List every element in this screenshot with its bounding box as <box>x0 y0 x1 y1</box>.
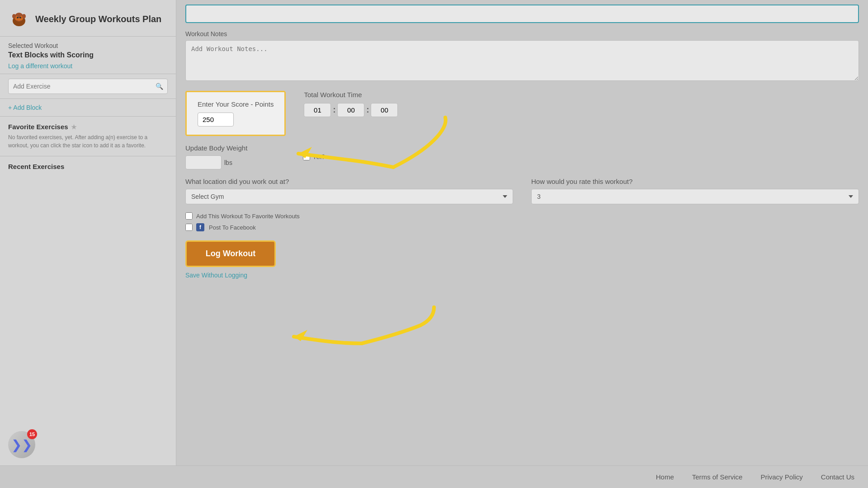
rating-label: How would you rate this workout? <box>531 178 859 185</box>
favorites-title: Favorite Exercises ★ <box>8 123 168 131</box>
time-block: Total Workout Time : : <box>304 91 859 117</box>
time-colon: : <box>333 105 335 115</box>
score-block: Enter Your Score - Points <box>185 91 286 136</box>
body-weight-block: Update Body Weight lbs <box>185 144 285 169</box>
location-block: What location did you work out at? Selec… <box>185 178 513 204</box>
app-title: Weekly Group Workouts Plan <box>35 14 161 24</box>
facebook-checkbox-item: f Post To Facebook <box>185 223 859 231</box>
time-colon-2: : <box>366 105 369 115</box>
facebook-checkbox-label: Post To Facebook <box>209 224 256 231</box>
rx-label: Rx? <box>314 153 325 160</box>
lbs-label: lbs <box>224 159 232 166</box>
sidebar: Weekly Group Workouts Plan Selected Work… <box>0 0 176 465</box>
recent-exercises-title: Recent Exercises <box>8 163 168 170</box>
recent-exercises-section: Recent Exercises <box>0 156 176 177</box>
body-weight-input[interactable] <box>185 155 222 169</box>
save-without-logging-link[interactable]: Save Without Logging <box>185 272 247 279</box>
rx-checkbox[interactable] <box>303 153 310 160</box>
rx-block: Rx? <box>303 153 859 160</box>
favorite-checkbox-label: Add This Workout To Favorite Workouts <box>196 213 300 220</box>
score-label: Enter Your Score - Points <box>198 100 274 108</box>
time-seconds-input[interactable] <box>371 103 398 117</box>
facebook-icon: f <box>196 223 204 231</box>
total-time-label: Total Workout Time <box>304 91 859 99</box>
chevron-icon: ❯❯ <box>11 437 32 452</box>
search-icon: 🔍 <box>156 83 163 90</box>
notification-icon[interactable]: ❯❯ 15 <box>8 431 35 458</box>
checkboxes-row: Add This Workout To Favorite Workouts f … <box>185 212 859 231</box>
workout-notes-section: Workout Notes <box>185 30 859 83</box>
svg-point-8 <box>22 14 26 19</box>
add-block-button[interactable]: + Add Block <box>8 104 42 111</box>
privacy-link[interactable]: Privacy Policy <box>760 473 802 481</box>
rating-select[interactable]: 3 1 2 4 5 <box>531 189 859 204</box>
exercise-search-input[interactable] <box>8 79 168 94</box>
favorites-empty-text: No favorited exercises, yet. After addin… <box>8 133 168 150</box>
score-input[interactable] <box>198 113 234 127</box>
terms-link[interactable]: Terms of Service <box>692 473 743 481</box>
selected-label: Selected Workout <box>8 42 168 49</box>
log-area: Log Workout Save Without Logging <box>185 240 859 279</box>
notification-badge: 15 <box>27 429 37 439</box>
favorite-checkbox-item: Add This Workout To Favorite Workouts <box>185 212 859 220</box>
workout-notes-label: Workout Notes <box>185 30 859 38</box>
gym-select[interactable]: Select Gym <box>185 189 513 204</box>
sidebar-footer: ❯❯ 15 <box>0 424 176 465</box>
score-time-row: Enter Your Score - Points Total Workout … <box>185 91 859 136</box>
sidebar-header: Weekly Group Workouts Plan <box>0 0 176 37</box>
location-label: What location did you work out at? <box>185 178 513 185</box>
svg-point-7 <box>12 14 16 19</box>
app-logo <box>8 8 30 30</box>
star-icon: ★ <box>71 123 77 131</box>
location-rating-row: What location did you work out at? Selec… <box>185 178 859 204</box>
favorites-section: Favorite Exercises ★ No favorited exerci… <box>0 117 176 156</box>
add-block-section: + Add Block <box>0 99 176 117</box>
log-different-link[interactable]: Log a different workout <box>8 62 72 70</box>
selected-workout-section: Selected Workout Text Blocks with Scorin… <box>0 37 176 74</box>
body-weight-row: Update Body Weight lbs Rx? <box>185 144 859 169</box>
facebook-checkbox[interactable] <box>185 224 193 231</box>
contact-link[interactable]: Contact Us <box>821 473 854 481</box>
svg-point-6 <box>17 18 21 21</box>
body-weight-label: Update Body Weight <box>185 144 285 152</box>
rating-block: How would you rate this workout? 3 1 2 4… <box>531 178 859 204</box>
workout-notes-textarea[interactable] <box>185 40 859 81</box>
time-hours-input[interactable] <box>304 103 331 117</box>
log-workout-button[interactable]: Log Workout <box>185 240 276 267</box>
main-content: Workout Notes Enter Your Score - Points … <box>176 0 868 465</box>
workout-name: Text Blocks with Scoring <box>8 51 168 59</box>
footer: Home Terms of Service Privacy Policy Con… <box>0 465 868 488</box>
top-search-bar <box>185 5 859 23</box>
favorite-checkbox[interactable] <box>185 212 193 220</box>
exercise-search-section: 🔍 <box>0 74 176 99</box>
top-search-input[interactable] <box>185 5 859 23</box>
time-minutes-input[interactable] <box>337 103 364 117</box>
home-link[interactable]: Home <box>656 473 674 481</box>
